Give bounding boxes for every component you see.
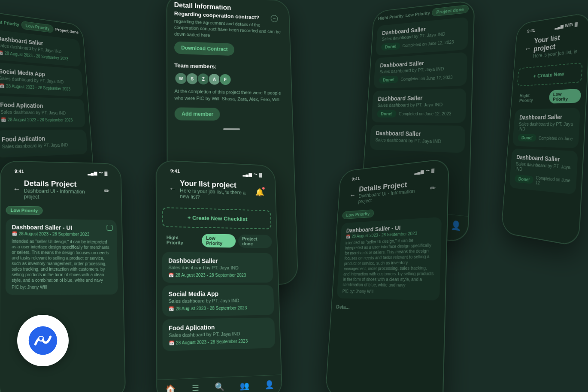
- far-right-title-1: Dashboard Saller: [519, 113, 574, 121]
- detail-info-header: Detail Information Regarding cooperation…: [167, 0, 290, 66]
- phone-right-done: 9:41 ▂▄▆ 〜 ▓ ← Details Project Dashboard…: [325, 158, 449, 392]
- nav-bar-center-list: ← Your list project Here is your job lis…: [162, 175, 271, 205]
- done-badge-1: Done!: [381, 42, 400, 51]
- done-card-3[interactable]: Dashboard Saller Sales dashboard by PT. …: [371, 88, 466, 123]
- tab-low-center[interactable]: Low Priority: [202, 234, 236, 247]
- calendar-icon-3: 📅: [1, 117, 6, 122]
- detail-description: regarding the agreement and details of t…: [174, 18, 283, 42]
- done-card-2[interactable]: Dashboard Saller Sales dashboard by PT. …: [373, 52, 467, 89]
- signal-detail: ▂▄▆: [88, 171, 97, 175]
- notification-icon[interactable]: 🔔: [255, 187, 264, 196]
- project-date-2: 📅 28 August 2023 - 28 September 2023: [0, 83, 78, 92]
- team-icon-cl[interactable]: 👥: [240, 381, 249, 391]
- scroll-indicator: [223, 128, 240, 130]
- details-label: Deta...: [331, 301, 445, 317]
- logo-circle: [17, 315, 69, 366]
- far-right-date-1: Completed on June: [539, 136, 573, 141]
- tab-high-far-right[interactable]: Hight Priority: [515, 90, 547, 105]
- calendar-icon: 📅: [0, 50, 3, 55]
- center-date-3: 📅 28 August 2023 - 28 September 2023: [169, 338, 269, 345]
- battery-icon: ▓: [575, 21, 578, 27]
- team-description: At the completion of this project there …: [174, 88, 285, 103]
- detail-description-text: intended as "seller UI design," it can b…: [12, 238, 112, 283]
- center-sub-2: Sales dashboard by PT. Jaya IND: [169, 298, 268, 304]
- status-icons-center-list: ▂▄▆ 〜 ▓: [242, 171, 262, 178]
- cal-icon-c3: 📅: [169, 341, 174, 346]
- nav-subtitle-center-list: Here is your job list, is there a new li…: [180, 188, 252, 202]
- download-contract-button[interactable]: Download Contract: [174, 41, 234, 56]
- project-card-2[interactable]: Social Media App Sales dashboard by PT. …: [0, 62, 83, 97]
- center-sub-3: Sales dashboard by PT. Jaya IND: [169, 330, 269, 338]
- done-sub-3: Sales dashboard by PT. Jaya IND: [377, 102, 460, 108]
- completion-date-2: Completed on June 12, 2023: [400, 75, 453, 81]
- cal-icon-c2: 📅: [169, 306, 174, 311]
- battery-detail: ▓: [104, 171, 107, 175]
- list-icon-cl[interactable]: ☰: [192, 383, 199, 392]
- priority-tab-high: Hight Priority: [0, 18, 19, 27]
- far-right-badge-2: Done!: [515, 175, 534, 184]
- notif-dot: [262, 187, 265, 190]
- time-far-right: 9:41: [527, 28, 535, 33]
- create-new-button-far-right[interactable]: + Create New: [517, 62, 583, 86]
- add-member-button[interactable]: Add member: [175, 107, 220, 121]
- back-center-list[interactable]: ←: [169, 184, 176, 193]
- signal-right: ▂▄▆: [414, 169, 424, 175]
- right-done-main-card[interactable]: Dashboard Saller - UI 📅 28 August 2023 -…: [337, 217, 442, 301]
- project-card-4[interactable]: Food Aplication Sales dashboard by PT. J…: [0, 130, 88, 158]
- tab-done-center[interactable]: Project done: [238, 235, 272, 248]
- project-sub-4: Sales dashboard by PT. Jaya IND: [2, 142, 82, 149]
- center-title-1: Dashboard Saller: [168, 257, 267, 265]
- right-done-desc: intended as "seller UI design," it can b…: [342, 237, 435, 288]
- priority-badge-low: Low Priority: [21, 21, 54, 33]
- back-arrow-far-right[interactable]: ←: [524, 44, 531, 53]
- far-right-date-2: Completed on June 12: [535, 175, 570, 188]
- edit-right-done[interactable]: ✏: [430, 184, 436, 193]
- checkbox-detail[interactable]: [106, 225, 112, 231]
- pic-label: PIC by: Jhony Will: [12, 285, 112, 289]
- done-title-3: Dashboard Saller: [378, 94, 460, 102]
- tab-bar-far-right: Hight Priority Low Priority: [511, 86, 586, 107]
- status-icons-right-done: ▂▄▆ 〜 ▓: [414, 167, 434, 175]
- search-icon-cl[interactable]: 🔍: [215, 382, 224, 392]
- right-done-badge: Low Priority: [342, 209, 374, 219]
- tab-low-far-right[interactable]: Low Priority: [549, 89, 581, 104]
- signal-center: ▂▄▆: [242, 172, 252, 176]
- done-card-4[interactable]: Dashboard Saller Sales dashboard by PT. …: [370, 125, 465, 153]
- detail-priority-badge: Low Priority: [6, 206, 42, 215]
- team-avatars: W S Z A F: [174, 72, 285, 87]
- center-title-2: Social Media App: [169, 290, 268, 297]
- center-date-1: 📅 28 August 2023 - 28 September 2023: [168, 273, 267, 277]
- bottom-nav-center-list: 🏠 ☰ 🔍 👥 👤: [157, 374, 282, 392]
- profile-icon-cl[interactable]: 👤: [264, 380, 274, 390]
- tab-high-center[interactable]: Hight Priority: [162, 233, 199, 247]
- far-right-card-1[interactable]: Dashboard Saller Sales dashboard by PT. …: [512, 108, 580, 148]
- project-card-3[interactable]: Food Aplication Sales dashboard by PT. J…: [0, 96, 86, 127]
- battery-center: ▓: [259, 172, 262, 177]
- tab-high[interactable]: Hight Priority: [378, 13, 404, 21]
- detail-main-title: Dashboard Saller - UI: [12, 224, 111, 232]
- center-card-2[interactable]: Social Media App Sales dashboard by PT. …: [162, 285, 274, 317]
- home-icon-cl[interactable]: 🏠: [166, 384, 176, 392]
- tab-low[interactable]: Low Priority: [405, 10, 430, 18]
- tab-done[interactable]: Project done: [432, 5, 469, 17]
- center-card-1[interactable]: Dashboard Saller Sales dashboard by PT. …: [162, 252, 273, 283]
- battery-right: ▓: [431, 168, 435, 172]
- collapse-icon[interactable]: −: [271, 15, 278, 22]
- done-card-1[interactable]: Dashboard Saller Sales dashboard by PT. …: [376, 17, 468, 55]
- wifi-center: 〜: [253, 172, 258, 177]
- cal-icon-c1: 📅: [168, 273, 173, 277]
- center-card-3[interactable]: Food Aplication Sales dashboard by PT. J…: [162, 317, 275, 351]
- profile-icon-done[interactable]: 👤: [451, 220, 461, 231]
- project-title-4: Food Aplication: [1, 135, 82, 143]
- done-sub-4: Sales dashboard by PT. Jaya IND: [375, 137, 458, 145]
- far-right-card-2[interactable]: Dashboard Saller Sales dashboard by PT. …: [509, 148, 578, 195]
- phone-center-list: 9:41 ▂▄▆ 〜 ▓ ← Your list project Here is…: [156, 160, 283, 392]
- edit-icon-detail[interactable]: ✏: [104, 187, 109, 195]
- center-date-2: 📅 28 August 2023 - 28 September 2023: [169, 305, 268, 311]
- wifi-detail: 〜: [99, 170, 103, 176]
- detail-main-card[interactable]: Dashboard Saller - UI 📅 28 August 2023 -…: [6, 219, 118, 295]
- back-detail[interactable]: ←: [13, 185, 21, 194]
- create-new-checklist-center[interactable]: + Create New Checklist: [162, 207, 271, 229]
- time-center-list: 9:41: [170, 168, 180, 173]
- back-right-done[interactable]: ←: [349, 191, 356, 200]
